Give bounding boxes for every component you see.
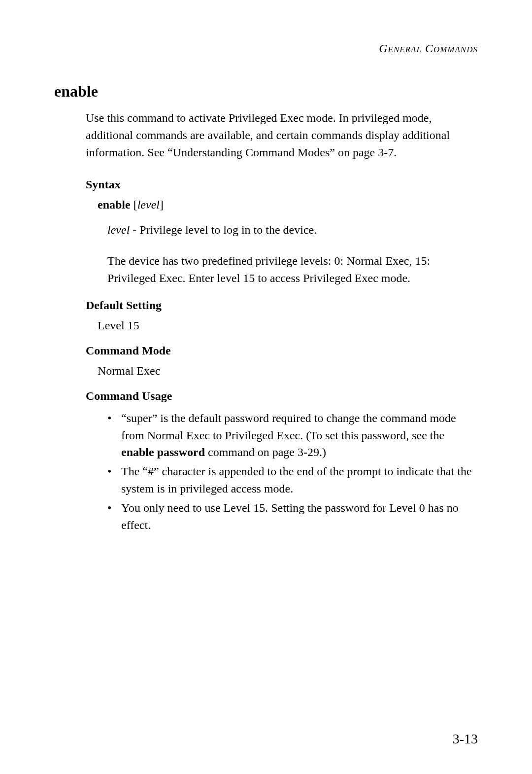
- syntax-bracket-close: ]: [160, 198, 164, 211]
- default-setting-heading: Default Setting: [86, 299, 478, 312]
- command-usage-list: “super” is the default password required…: [107, 410, 478, 534]
- list-item: You only need to use Level 15. Setting t…: [107, 499, 478, 534]
- syntax-command: enable: [98, 198, 131, 211]
- command-description: Use this command to activate Privileged …: [86, 109, 478, 161]
- default-setting-value: Level 15: [98, 319, 478, 332]
- syntax-line: enable [level]: [98, 198, 478, 211]
- usage-text-pre: “super” is the default password required…: [121, 412, 456, 442]
- usage-text-bold: enable password: [121, 446, 205, 458]
- page-number: 3-13: [453, 731, 478, 747]
- usage-text-post: command on page 3-29.): [205, 446, 326, 458]
- list-item: The “#” character is appended to the end…: [107, 463, 478, 497]
- command-usage-heading: Command Usage: [86, 389, 478, 403]
- command-mode-heading: Command Mode: [86, 344, 478, 357]
- syntax-bracket-open: [: [131, 198, 137, 211]
- usage-text-pre: The “#” character is appended to the end…: [121, 465, 472, 495]
- syntax-param-name: level: [107, 223, 130, 236]
- usage-text-pre: You only need to use Level 15. Setting t…: [121, 501, 459, 531]
- syntax-param: level: [137, 198, 160, 211]
- list-item: “super” is the default password required…: [107, 410, 478, 461]
- syntax-note: The device has two predefined privilege …: [107, 252, 478, 287]
- syntax-param-text: - Privilege level to log in to the devic…: [130, 223, 317, 236]
- syntax-param-description: level - Privilege level to log in to the…: [107, 221, 478, 239]
- command-title: enable: [54, 82, 478, 101]
- syntax-heading: Syntax: [86, 178, 478, 191]
- command-mode-value: Normal Exec: [98, 364, 478, 378]
- page-header: General Commands: [54, 42, 478, 55]
- header-title: General Commands: [379, 42, 478, 55]
